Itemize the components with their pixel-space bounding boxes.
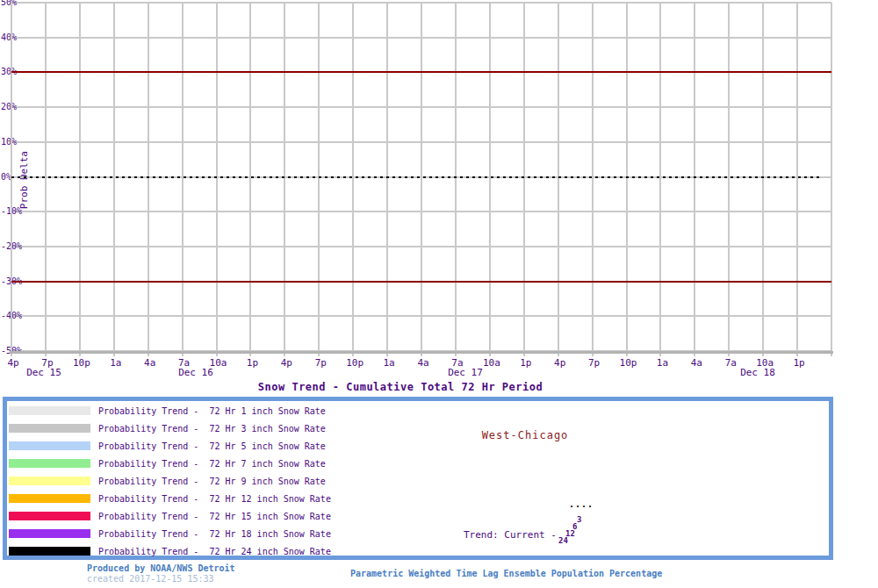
legend-row: Probability Trend - 72 Hr 1 inch Snow Ra… [9, 402, 326, 419]
legend-label: Probability Trend - 72 Hr 7 inch Snow Ra… [98, 459, 326, 469]
gridline-vertical [216, 3, 218, 356]
x-tick-label: 4a [131, 357, 169, 369]
x-axis-line [10, 351, 833, 354]
gridline-vertical [558, 3, 559, 356]
x-tick-label: 4a [677, 357, 716, 369]
trend-hour-marker: 24 [558, 537, 568, 545]
x-tick-label: 7p [301, 357, 340, 369]
gridline-vertical [762, 3, 764, 356]
trend-status-label: Trend: Current - [464, 529, 557, 541]
x-tick-label: 10p [609, 357, 648, 369]
legend-swatch [9, 477, 90, 485]
legend-swatch [9, 459, 90, 468]
chart-plot: Prob Delta 50%40%30%20%10%0%-10%-20%-30%… [0, 0, 878, 379]
legend-box: West-Chicago .... Trend: Current - Proba… [3, 397, 833, 560]
legend-row: Probability Trend - 72 Hr 9 inch Snow Ra… [9, 472, 326, 490]
legend-swatch [9, 547, 90, 556]
gridline-vertical [659, 3, 661, 356]
x-date-label: Dec 16 [165, 367, 227, 378]
x-tick-label: 7p [575, 357, 614, 369]
gridline-vertical [694, 3, 695, 356]
reference-line [11, 281, 831, 283]
gridline-vertical [455, 3, 457, 356]
legend-label: Probability Trend - 72 Hr 3 inch Snow Ra… [98, 424, 326, 434]
x-date-label: Dec 17 [435, 367, 496, 378]
gridline-vertical [113, 3, 115, 356]
legend-row: Probability Trend - 72 Hr 3 inch Snow Ra… [9, 419, 326, 437]
gridline-vertical [831, 3, 832, 356]
trend-dots: .... [569, 499, 594, 509]
legend-row: Probability Trend - 72 Hr 18 inch Snow R… [9, 525, 331, 542]
x-date-label: Dec 18 [727, 367, 788, 378]
gridline-vertical [523, 3, 525, 356]
gridline-vertical [728, 3, 730, 356]
gridline-vertical [79, 3, 81, 356]
legend-swatch [9, 406, 90, 415]
y-tick-label: 10% [1, 137, 17, 147]
gridline-vertical [796, 3, 798, 356]
gridline-vertical [352, 3, 354, 356]
legend-label: Probability Trend - 72 Hr 15 inch Snow R… [98, 512, 331, 521]
gridline-vertical [11, 3, 12, 356]
chart-title: Snow Trend - Cumulative Total 72 Hr Peri… [0, 381, 801, 393]
legend-row: Probability Trend - 72 Hr 12 inch Snow R… [9, 490, 331, 507]
legend-label: Probability Trend - 72 Hr 5 inch Snow Ra… [98, 441, 326, 451]
legend-swatch [9, 424, 90, 433]
gridline-vertical [284, 3, 285, 356]
gridline-vertical [182, 3, 184, 356]
footer-method-description: Parametric Weighted Time Lag Ensemble Po… [350, 569, 662, 578]
reference-line [11, 71, 831, 73]
x-tick-label: 1p [507, 357, 545, 369]
trend-hour-marker: 3 [577, 516, 581, 524]
x-tick-label: 1p [233, 357, 271, 369]
gridline-vertical [489, 3, 491, 356]
gridline-vertical [592, 3, 594, 356]
legend-swatch [9, 441, 90, 450]
y-tick-label: 20% [1, 102, 17, 111]
y-axis-title: Prob Delta [18, 151, 30, 209]
legend-row: Probability Trend - 72 Hr 15 inch Snow R… [9, 507, 331, 525]
y-tick-label: 40% [1, 32, 17, 42]
legend-row: Probability Trend - 72 Hr 24 inch Snow R… [9, 542, 331, 560]
page: { "page": { "region": "West-Chicago", "t… [0, 0, 878, 588]
y-tick-label: 50% [1, 0, 17, 7]
x-tick-label: 4p [267, 357, 306, 369]
legend-label: Probability Trend - 72 Hr 1 inch Snow Ra… [98, 406, 326, 416]
gridline-vertical [249, 3, 251, 356]
gridline-vertical [45, 3, 47, 356]
legend-row: Probability Trend - 72 Hr 5 inch Snow Ra… [9, 437, 326, 455]
legend-swatch [9, 512, 90, 520]
gridline-vertical [626, 3, 628, 356]
gridline-vertical [386, 3, 388, 356]
legend-row: Probability Trend - 72 Hr 7 inch Snow Ra… [9, 455, 326, 472]
gridline-vertical [318, 3, 320, 356]
legend-label: Probability Trend - 72 Hr 9 inch Snow Ra… [98, 477, 326, 486]
legend-label: Probability Trend - 72 Hr 18 inch Snow R… [98, 529, 331, 539]
x-tick-label: 1a [643, 357, 681, 369]
x-date-label: Dec 15 [13, 367, 75, 378]
legend-label: Probability Trend - 72 Hr 12 inch Snow R… [98, 494, 331, 504]
legend-swatch [9, 529, 90, 538]
legend-label: Probability Trend - 72 Hr 24 inch Snow R… [98, 547, 331, 556]
zero-trend-line [11, 176, 821, 178]
x-tick-label: 1a [370, 357, 408, 369]
x-tick-label: 10p [335, 357, 374, 369]
legend-swatch [9, 494, 90, 503]
footer-produced-by: Produced by NOAA/NWS Detroit [87, 563, 235, 573]
gridline-vertical [148, 3, 149, 356]
footer-created-timestamp: created 2017-12-15 15:33 [87, 574, 214, 584]
x-tick-label: 1a [97, 357, 135, 369]
x-tick-label: 4p [541, 357, 579, 369]
region-label: West-Chicago [393, 429, 657, 441]
gridline-vertical [421, 3, 422, 356]
